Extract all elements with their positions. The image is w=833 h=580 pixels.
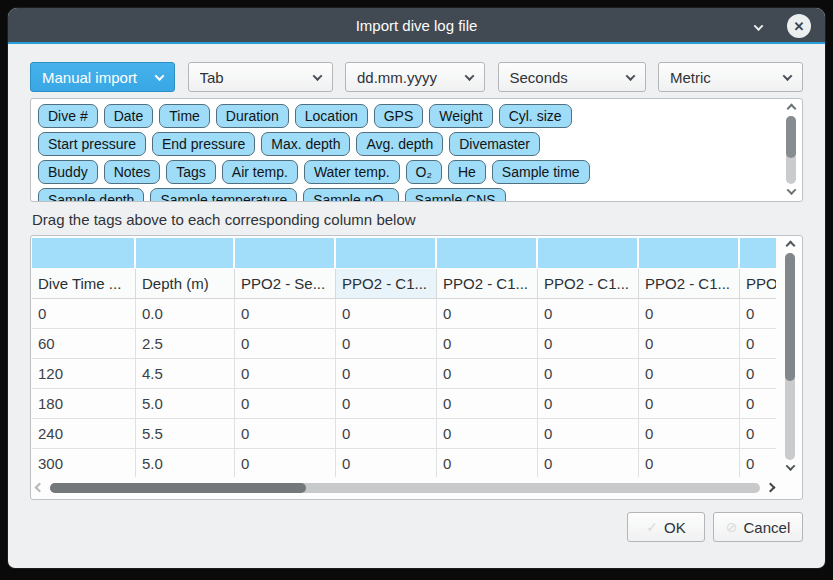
column-header-3: PPO2 - C1... <box>336 269 437 298</box>
tag-chip-date[interactable]: Date <box>104 104 154 128</box>
chevron-down-icon <box>783 71 793 81</box>
table-cell: 120 <box>32 359 136 388</box>
drop-target-cell-0[interactable] <box>32 238 136 268</box>
tag-chip-time[interactable]: Time <box>159 104 210 128</box>
tag-chip-location[interactable]: Location <box>295 104 368 128</box>
duration-format-select[interactable]: Seconds <box>498 62 646 92</box>
tag-row: BuddyNotesTagsAir temp.Water temp.O₂HeSa… <box>35 158 776 186</box>
table-row: 3005.0000000 <box>32 449 776 477</box>
drop-target-row <box>32 238 776 269</box>
tag-chip-weight[interactable]: Weight <box>429 104 492 128</box>
tag-chip-sample-cns[interactable]: Sample CNS <box>405 188 506 202</box>
tag-chip-cyl-size[interactable]: Cyl. size <box>499 104 572 128</box>
table-cell: 0 <box>235 359 336 388</box>
titlebar: Import dive log file ✕ <box>8 8 825 44</box>
column-header-0: Dive Time ... <box>32 269 136 298</box>
table-vscroll-thumb[interactable] <box>785 253 795 381</box>
table-vscroll-track[interactable] <box>785 253 795 460</box>
scroll-down-icon[interactable] <box>786 185 796 195</box>
drop-target-cell-3[interactable] <box>336 238 437 268</box>
table-vertical-scrollbar[interactable] <box>780 238 800 475</box>
close-button[interactable]: ✕ <box>787 14 811 38</box>
tag-chip-max-depth[interactable]: Max. depth <box>261 132 350 156</box>
tag-chip-duration[interactable]: Duration <box>216 104 289 128</box>
import-dive-log-dialog: Import dive log file ✕ Manual import Tab… <box>8 8 825 568</box>
tag-chip-divemaster[interactable]: Divemaster <box>449 132 540 156</box>
window-title: Import dive log file <box>356 17 478 34</box>
import-type-select[interactable]: Manual import <box>30 62 175 92</box>
units-select[interactable]: Metric <box>658 62 803 92</box>
dialog-content: Manual import Tab dd.mm.yyyy Seconds Met… <box>8 62 825 542</box>
table-cell: 0 <box>639 389 740 418</box>
table-row: 00.0000000 <box>32 299 776 329</box>
table-cell: 0 <box>437 359 538 388</box>
column-header-5: PPO2 - C1... <box>538 269 639 298</box>
tag-list-panel: Dive #DateTimeDurationLocationGPSWeightC… <box>30 98 803 202</box>
date-format-select[interactable]: dd.mm.yyyy <box>345 62 485 92</box>
tag-chip-notes[interactable]: Notes <box>104 160 161 184</box>
drop-target-cell-1[interactable] <box>136 238 235 268</box>
tags-scrollbar[interactable] <box>782 101 800 199</box>
import-options-toolbar: Manual import Tab dd.mm.yyyy Seconds Met… <box>30 62 803 92</box>
close-icon: ✕ <box>794 19 805 34</box>
table-cell: 0 <box>437 299 538 328</box>
scroll-right-icon[interactable] <box>766 483 776 493</box>
tag-chip-air-temp[interactable]: Air temp. <box>222 160 298 184</box>
tag-chip-sample-temperature[interactable]: Sample temperature <box>150 188 297 202</box>
table-horizontal-scrollbar[interactable] <box>36 479 774 496</box>
tag-chip-dive[interactable]: Dive # <box>38 104 98 128</box>
table-cell: 0 <box>235 329 336 358</box>
tag-chip-sample-po[interactable]: Sample pO₂ <box>303 188 398 202</box>
scroll-up-icon[interactable] <box>785 241 795 251</box>
table-cell: 0 <box>639 419 740 448</box>
table-cell: 0 <box>336 359 437 388</box>
column-header-2: PPO2 - Se... <box>235 269 336 298</box>
table-cell: 0 <box>336 329 437 358</box>
drop-target-cell-7[interactable] <box>740 238 776 268</box>
table-cell: 0 <box>538 419 639 448</box>
scroll-left-icon[interactable] <box>35 483 45 493</box>
tag-chip-gps[interactable]: GPS <box>374 104 424 128</box>
chevron-down-icon <box>625 71 635 81</box>
table-cell: 180 <box>32 389 136 418</box>
scroll-down-icon[interactable] <box>785 461 795 471</box>
table-hscroll-thumb[interactable] <box>50 483 306 493</box>
checkmark-icon: ✓ <box>646 519 658 535</box>
tag-chip-start-pressure[interactable]: Start pressure <box>38 132 146 156</box>
units-value: Metric <box>670 69 776 86</box>
tag-chip-buddy[interactable]: Buddy <box>38 160 98 184</box>
preview-table: Dive Time ...Depth (m)PPO2 - Se...PPO2 -… <box>32 238 776 477</box>
tags-scrollbar-thumb[interactable] <box>786 116 796 158</box>
tag-chip-o[interactable]: O₂ <box>406 160 442 184</box>
drop-target-cell-4[interactable] <box>437 238 538 268</box>
table-cell: 0 <box>336 389 437 418</box>
table-cell: 0 <box>235 389 336 418</box>
ok-button[interactable]: ✓ OK <box>627 512 705 542</box>
table-cell: 0 <box>437 329 538 358</box>
tag-chip-sample-time[interactable]: Sample time <box>492 160 590 184</box>
table-cell: 0 <box>639 299 740 328</box>
drop-target-cell-2[interactable] <box>235 238 336 268</box>
tag-chip-he[interactable]: He <box>448 160 486 184</box>
chevron-down-icon <box>465 71 475 81</box>
scroll-up-icon[interactable] <box>786 104 796 114</box>
drop-target-cell-5[interactable] <box>538 238 639 268</box>
table-row: 602.5000000 <box>32 329 776 359</box>
crossed-circle-icon: ⊘ <box>726 519 738 535</box>
tag-rows: Dive #DateTimeDurationLocationGPSWeightC… <box>35 102 776 202</box>
tag-chip-avg-depth[interactable]: Avg. depth <box>356 132 443 156</box>
cancel-button[interactable]: ⊘ Cancel <box>713 512 803 542</box>
field-separator-select[interactable]: Tab <box>188 62 333 92</box>
tag-chip-end-pressure[interactable]: End pressure <box>152 132 255 156</box>
tag-row: Start pressureEnd pressureMax. depthAvg.… <box>35 130 776 158</box>
table-hscroll-track[interactable] <box>50 483 760 493</box>
tag-chip-water-temp[interactable]: Water temp. <box>304 160 400 184</box>
tag-chip-sample-depth[interactable]: Sample depth <box>38 188 144 202</box>
tag-chip-tags[interactable]: Tags <box>166 160 216 184</box>
tags-scrollbar-track[interactable] <box>786 116 796 184</box>
chevron-down-icon[interactable] <box>749 19 767 35</box>
table-cell: 0 <box>538 329 639 358</box>
cancel-button-label: Cancel <box>744 519 791 536</box>
table-cell: 2.5 <box>136 329 235 358</box>
drop-target-cell-6[interactable] <box>639 238 740 268</box>
